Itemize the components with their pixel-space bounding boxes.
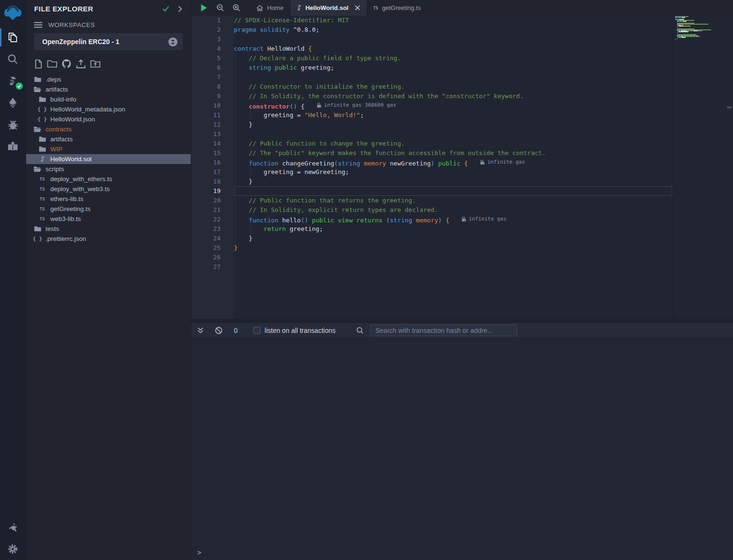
code-line-7: [234, 73, 672, 82]
workspace-select[interactable]: OpenZeppelin ERC20 - 1: [34, 33, 183, 50]
clone-github-button[interactable]: [62, 59, 72, 69]
sidebar-item-file-explorer[interactable]: [0, 27, 26, 48]
editor-code-area[interactable]: // SPDX-License-Identifier: MITpragma so…: [234, 16, 672, 319]
code-line-13: [234, 129, 672, 139]
tree-item-ethers-lib-ts[interactable]: TSethers-lib.ts: [26, 194, 191, 204]
terminal-toolbar: 0 listen on all transactions: [191, 323, 733, 338]
listen-transactions-checkbox[interactable]: [253, 327, 260, 334]
tree-item-label: scripts: [46, 165, 64, 173]
line-number: 18: [191, 177, 221, 186]
ts-icon: TS: [38, 197, 46, 202]
tab-getgreeting-ts[interactable]: TSgetGreeting.ts: [367, 0, 427, 16]
sidebar-item-learneth[interactable]: [0, 136, 26, 157]
upload-file-button[interactable]: [76, 59, 86, 69]
tree-item-scripts[interactable]: scripts: [26, 164, 191, 174]
tab-helloworld-sol[interactable]: HelloWorld.sol: [290, 0, 367, 16]
folder-closed-icon: [38, 146, 46, 152]
tree-item-label: artifacts: [46, 86, 68, 93]
tree-item-helloworld-sol[interactable]: HelloWorld.sol: [26, 154, 191, 164]
tree-item-deploy-with-web3-ts[interactable]: TSdeploy_with_web3.ts: [26, 184, 191, 194]
tree-item--prettierrc-json[interactable]: { }.prettierrc.json: [26, 234, 191, 244]
chevron-right-icon[interactable]: [178, 6, 182, 12]
code-line-11: greeting = "Hello, World!";: [234, 110, 672, 120]
workspace-ok-check-icon[interactable]: [162, 6, 169, 12]
code-line-2: pragma solidity ^0.8.0;: [234, 25, 672, 35]
transaction-count: 0: [234, 327, 238, 334]
terminal-output[interactable]: >: [191, 338, 733, 560]
line-number: 25: [191, 243, 221, 253]
workspaces-row: WORKSPACES: [26, 15, 191, 31]
code-line-5: // Declare a public field of type string…: [234, 54, 672, 63]
line-number: 7: [191, 73, 221, 82]
code-line-6: string public greeting;: [234, 63, 672, 73]
editor-scrollbar-thumb[interactable]: [727, 106, 732, 109]
tree-item-helloworld-metadata-json[interactable]: { }HelloWorld_metadata.json: [26, 104, 191, 114]
zoom-in-icon[interactable]: [232, 4, 241, 12]
new-file-button[interactable]: [34, 59, 43, 69]
code-line-12: }: [234, 120, 672, 129]
code-line-20: // Public function that returns the gree…: [234, 196, 672, 205]
tree-item-wip[interactable]: WIP: [26, 144, 191, 154]
sidebar-item-deploy-run[interactable]: [0, 92, 26, 114]
tree-item-label: .deps: [46, 76, 61, 83]
terminal-prompt: >: [197, 549, 201, 556]
tree-item-tests[interactable]: tests: [26, 224, 191, 234]
run-script-button[interactable]: [199, 3, 208, 12]
code-line-21: // In Solidity, explicit return types ar…: [234, 205, 672, 215]
tree-item-helloworld-json[interactable]: { }HelloWorld.json: [26, 114, 191, 124]
ts-icon: TS: [38, 217, 46, 221]
sidebar-item-solidity-compiler[interactable]: [0, 70, 26, 92]
line-number: 15: [191, 148, 221, 158]
tree-item-contracts[interactable]: contracts: [26, 124, 191, 134]
line-number: 16: [191, 158, 221, 167]
tree-item-label: artifacts: [50, 136, 73, 143]
clear-console-icon[interactable]: [215, 327, 223, 334]
plug-icon: [7, 522, 19, 533]
ts-icon: TS: [38, 187, 46, 192]
sidebar-item-search[interactable]: [0, 48, 26, 70]
sidebar-item-settings[interactable]: [0, 538, 26, 560]
panel-title: FILE EXPLORER: [34, 5, 93, 13]
code-line-18: }: [234, 177, 672, 186]
activity-bar: [0, 0, 26, 560]
line-number: 21: [191, 205, 221, 215]
line-number: 6: [191, 63, 221, 73]
terminal-resize-handle[interactable]: [191, 319, 733, 323]
folder-open-icon: [34, 166, 41, 172]
new-folder-button[interactable]: [47, 59, 57, 68]
tree-item--deps[interactable]: .deps: [26, 74, 191, 84]
tab-home[interactable]: Home: [250, 0, 290, 16]
json-icon: { }: [34, 236, 41, 242]
tree-item-label: tests: [46, 225, 59, 232]
close-tab-icon[interactable]: [355, 5, 360, 10]
folder-closed-icon: [34, 76, 41, 83]
json-icon: { }: [38, 106, 46, 112]
upload-folder-button[interactable]: [90, 59, 101, 68]
code-line-22: function hello() public view returns (st…: [234, 215, 672, 224]
tree-item-label: build-info: [50, 96, 76, 103]
tree-item-artifacts[interactable]: artifacts: [26, 84, 191, 94]
tree-item-label: HelloWorld_metadata.json: [50, 106, 125, 113]
remix-logo-icon[interactable]: [0, 0, 26, 27]
tree-item-build-info[interactable]: build-info: [26, 94, 191, 104]
sidebar-item-debugger[interactable]: [0, 114, 26, 136]
sidebar-item-plugin-manager[interactable]: [0, 516, 26, 538]
minimap[interactable]: [675, 16, 725, 42]
listen-transactions-label: listen on all transactions: [265, 327, 335, 334]
tree-item-artifacts[interactable]: artifacts: [26, 134, 191, 144]
code-line-27: [234, 262, 672, 272]
tree-item-getgreeting-ts[interactable]: TSgetGreeting.ts: [26, 204, 191, 214]
terminal-search-input[interactable]: [370, 324, 517, 336]
zoom-out-icon[interactable]: [216, 4, 224, 12]
file-toolbar: [26, 55, 191, 73]
select-updown-icon: [168, 37, 178, 47]
tree-item-deploy-with-ethers-ts[interactable]: TSdeploy_with_ethers.ts: [26, 174, 191, 184]
hamburger-menu-icon[interactable]: [34, 22, 42, 28]
code-editor: 1234567891011121314151617181920212223242…: [191, 16, 733, 319]
folder-open-icon: [34, 126, 41, 132]
gas-estimate-lens: infinite gas 368600 gas: [317, 101, 396, 110]
gas-estimate-lens: infinite gas: [462, 214, 506, 224]
tree-item-label: getGreeting.ts: [50, 205, 91, 212]
terminal-collapse-icon[interactable]: [197, 327, 204, 334]
tree-item-web3-lib-ts[interactable]: TSweb3-lib.ts: [26, 214, 191, 224]
